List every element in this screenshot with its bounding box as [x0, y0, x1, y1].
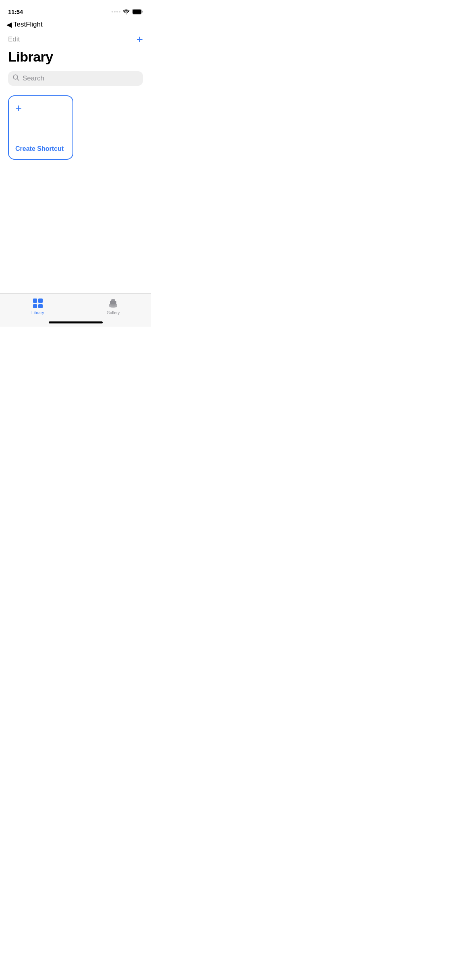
page-title: Library: [8, 49, 143, 65]
gallery-tab-icon: [108, 298, 119, 309]
svg-line-3: [17, 79, 19, 81]
status-time: 11:54: [8, 8, 23, 15]
library-tab-icon: [32, 298, 43, 309]
back-navigation[interactable]: ◀ TestFlight: [0, 18, 151, 30]
create-shortcut-label: Create Shortcut: [15, 145, 66, 152]
battery-icon: [132, 9, 143, 14]
nav-bar: Edit +: [0, 30, 151, 47]
back-label: TestFlight: [13, 21, 43, 29]
signal-icon: [112, 11, 120, 12]
create-shortcut-card[interactable]: + Create Shortcut: [8, 95, 73, 160]
wifi-icon: [123, 9, 130, 14]
search-input[interactable]: [23, 74, 138, 82]
search-container: [0, 70, 151, 92]
library-tab-label: Library: [31, 311, 44, 315]
search-bar[interactable]: [8, 71, 143, 86]
tab-gallery[interactable]: Gallery: [76, 298, 151, 315]
edit-button[interactable]: Edit: [8, 35, 20, 43]
content-area: + Create Shortcut: [0, 92, 151, 163]
tab-library[interactable]: Library: [0, 298, 76, 315]
back-arrow-icon: ◀: [6, 21, 12, 28]
svg-rect-1: [133, 10, 141, 14]
home-indicator: [49, 321, 103, 323]
status-bar: 11:54: [0, 0, 151, 18]
add-button[interactable]: +: [137, 34, 143, 45]
gallery-tab-label: Gallery: [107, 311, 120, 315]
svg-rect-7: [111, 299, 115, 302]
large-title-area: Library: [0, 47, 151, 70]
search-icon: [13, 74, 19, 82]
status-icons: [112, 9, 143, 14]
card-plus-icon: +: [15, 103, 66, 114]
